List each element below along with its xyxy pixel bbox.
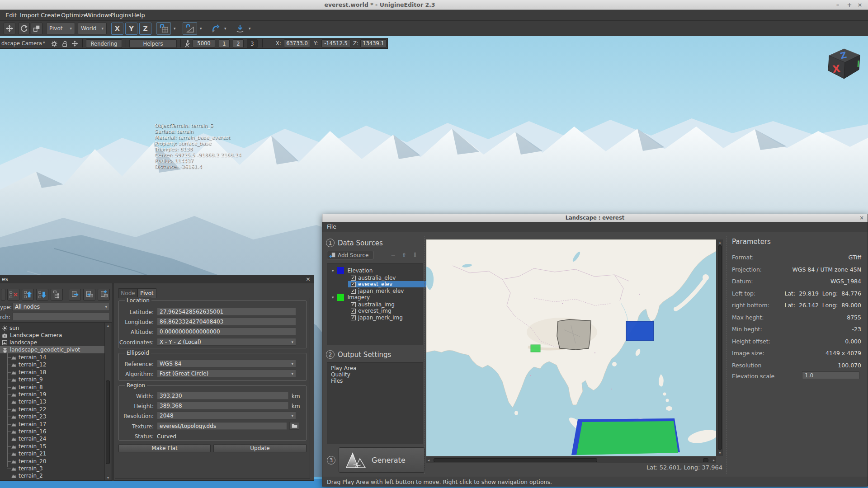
scale-tool-button[interactable]	[31, 23, 42, 34]
move-node-down-button[interactable]	[36, 289, 48, 300]
checkbox[interactable]: ✓	[351, 289, 356, 294]
tree-node-landscape-geodetic-pivot[interactable]: landscape_geodetic_pivot	[0, 346, 105, 353]
snap-angle-button[interactable]	[183, 22, 197, 35]
scroll-up-icon[interactable]: ▴	[717, 240, 723, 244]
texture-browse-button[interactable]	[289, 422, 299, 430]
scroll-up-icon[interactable]: ▴	[105, 324, 111, 328]
play-area-overlay[interactable]	[557, 319, 591, 350]
hierarchy-view-button[interactable]	[51, 289, 63, 300]
position-x-field[interactable]: 63733.0	[284, 39, 310, 47]
chevron-down-icon[interactable]: ▾	[224, 26, 226, 31]
helpers-button[interactable]: Helpers	[129, 39, 177, 48]
camera-move-icon[interactable]	[71, 40, 78, 47]
tree-node-landscape-camera[interactable]: Landscape Camera	[2, 332, 62, 339]
region-width-field[interactable]	[157, 392, 289, 399]
move-source-down-button[interactable]: ⇩	[411, 252, 419, 259]
import-node-button[interactable]	[98, 289, 110, 300]
coordinates-dropdown[interactable]: X - Y - Z (Local) ▾	[157, 338, 296, 346]
add-node-button[interactable]	[1, 289, 5, 300]
snap-pivot-button[interactable]	[210, 23, 222, 34]
generate-button[interactable]: Generate	[339, 447, 425, 473]
tab-node[interactable]: Node	[118, 288, 137, 298]
tree-node-terrain[interactable]: terrain_18	[11, 369, 46, 376]
scroll-right-icon[interactable]: ▸	[713, 458, 715, 462]
tree-node-terrain[interactable]: terrain_3	[11, 465, 43, 472]
expander-icon[interactable]: ▾	[332, 267, 334, 274]
dialog-titlebar[interactable]: Landscape : everest ×	[322, 214, 868, 222]
altitude-field[interactable]	[157, 328, 296, 335]
elevation-scale-field[interactable]	[802, 371, 859, 379]
scrollbar-thumb[interactable]	[434, 458, 597, 462]
position-y-field[interactable]: -14512.5	[321, 39, 350, 47]
tree-node-terrain[interactable]: terrain_19	[11, 391, 46, 398]
scroll-down-icon[interactable]: ▾	[717, 451, 723, 455]
export-node-button[interactable]	[83, 289, 95, 300]
minimize-button[interactable]: –	[834, 1, 842, 9]
checkbox[interactable]: ✓	[351, 282, 356, 287]
clone-node-button[interactable]	[69, 289, 81, 300]
tree-item-australia-elev[interactable]: ✓ australia_elev	[351, 275, 396, 281]
tree-node-terrain[interactable]: terrain_21	[11, 450, 46, 457]
chevron-down-icon[interactable]: ▾	[174, 26, 176, 31]
output-settings-list[interactable]: Play Area Quality Files	[327, 362, 423, 444]
map-horizontal-scrollbar[interactable]: ◂ ▸	[426, 457, 716, 463]
speed-preset-1-button[interactable]: 1	[219, 39, 230, 48]
axis-z-button[interactable]: Z	[139, 23, 151, 35]
make-flat-button[interactable]: Make Flat	[118, 444, 211, 452]
tree-node-terrain[interactable]: terrain_12	[11, 361, 46, 368]
tab-pivot[interactable]: Pivot	[137, 288, 156, 298]
maximize-button[interactable]: +	[845, 1, 854, 9]
tree-node-terrain[interactable]: terrain_22	[11, 406, 46, 413]
add-source-button[interactable]: Add Source	[327, 251, 373, 259]
camera-dropdown[interactable]: dscape Camera	[1, 40, 42, 47]
tree-node-terrain[interactable]: terrain_20	[11, 458, 46, 465]
tree-item-japan-merk-img[interactable]: ✓ japan_merk_img	[351, 314, 403, 321]
remove-source-button[interactable]: −	[389, 252, 397, 259]
chevron-down-icon[interactable]: ▾	[249, 26, 251, 31]
navigation-cube[interactable]: Z X	[824, 44, 867, 83]
tree-group-imagery[interactable]: ▾ Imagery	[332, 294, 370, 300]
resolution-dropdown[interactable]: 2048 ▾	[157, 412, 296, 419]
speed-preset-3-button[interactable]: 3	[247, 39, 258, 48]
scroll-down-icon[interactable]: ▾	[105, 476, 111, 480]
tree-node-terrain[interactable]: terrain_15	[11, 443, 46, 450]
tree-item-australia-img[interactable]: ✓ australia_img	[351, 301, 395, 308]
nodes-panel-header[interactable]: es ×	[0, 275, 314, 283]
scrollbar-thumb[interactable]	[106, 380, 110, 464]
chevron-down-icon[interactable]: ▾	[43, 40, 45, 45]
tree-node-terrain[interactable]: terrain_2	[11, 472, 43, 479]
map-view[interactable]	[426, 239, 716, 456]
texture-field[interactable]	[157, 422, 287, 430]
output-item-files[interactable]: Files	[331, 378, 343, 384]
camera-lock-icon[interactable]	[61, 40, 68, 47]
menu-help[interactable]: Help	[129, 11, 148, 19]
panel-splitter[interactable]	[112, 283, 114, 481]
delete-node-button[interactable]	[7, 289, 19, 300]
everest-imagery-overlay[interactable]	[531, 345, 540, 352]
close-icon[interactable]: ×	[306, 276, 311, 282]
tree-node-terrain[interactable]: terrain_8	[11, 384, 43, 391]
data-sources-tree[interactable]: ▾ Elevation ✓ australia_elev ✓ everest_e…	[327, 263, 423, 345]
checkbox[interactable]: ✓	[351, 315, 356, 320]
scrollbar-thumb[interactable]	[718, 245, 722, 450]
speed-preset-2-button[interactable]: 2	[233, 39, 244, 48]
map-vertical-scrollbar[interactable]: ▴ ▾	[717, 239, 723, 456]
output-item-quality[interactable]: Quality	[331, 371, 350, 378]
rendering-button[interactable]: Rendering	[86, 39, 122, 48]
move-tool-button[interactable]	[4, 23, 15, 34]
close-button[interactable]: ×	[856, 1, 864, 9]
tree-node-terrain[interactable]: terrain_14	[11, 354, 46, 361]
move-node-up-button[interactable]	[22, 289, 34, 300]
camera-settings-gear-icon[interactable]	[51, 40, 58, 47]
rotate-tool-button[interactable]	[18, 23, 30, 34]
tree-group-elevation[interactable]: ▾ Elevation	[332, 267, 373, 274]
tree-item-japan-merk-elev[interactable]: ✓ japan_merk_elev	[351, 288, 404, 294]
latitude-field[interactable]	[157, 308, 296, 315]
tree-node-landscape[interactable]: landscape	[2, 339, 37, 346]
axis-x-button[interactable]: X	[111, 23, 123, 35]
scrollbar-nub[interactable]	[703, 458, 708, 462]
scroll-left-icon[interactable]: ◂	[428, 458, 429, 462]
checkbox[interactable]: ✓	[351, 309, 356, 314]
snap-grid-button[interactable]	[156, 22, 171, 35]
position-z-field[interactable]: 13439.1	[360, 39, 387, 47]
